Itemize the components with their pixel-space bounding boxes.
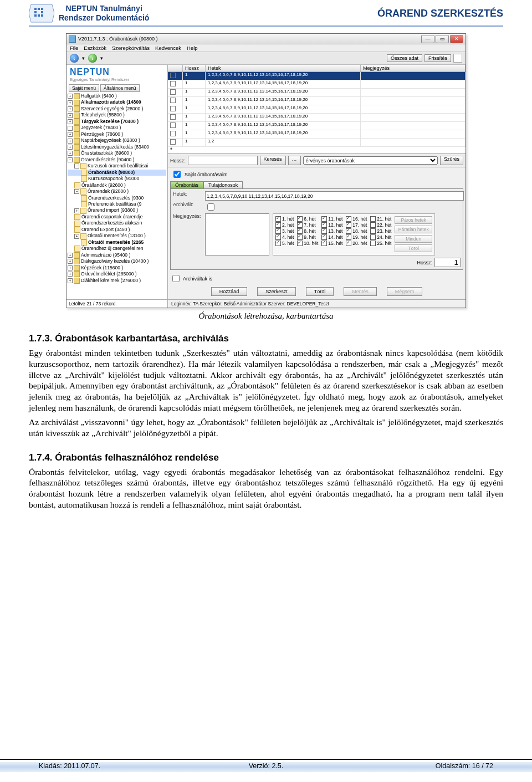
menu-file[interactable]: File bbox=[70, 45, 78, 51]
table-row: 11,2,3,4,5,6,7,8,9,10,11,12,13,14,15,16,… bbox=[168, 80, 466, 89]
menu-bar: File Eszközök Szerepkörváltás Kedvencek … bbox=[66, 44, 466, 52]
tab-tulajdonosok[interactable]: Tulajdonosok bbox=[203, 181, 243, 188]
tab-orabontas[interactable]: Órabontás bbox=[170, 181, 203, 188]
cancel-button[interactable]: Mégsem bbox=[387, 287, 423, 296]
close-button[interactable]: ✕ bbox=[450, 35, 463, 43]
tab-own-menu[interactable]: Saját menü bbox=[69, 84, 99, 92]
all-weeks-button[interactable]: Minden bbox=[395, 235, 432, 243]
filter-button[interactable]: Szűrés bbox=[440, 156, 463, 165]
table-row: 11,2,3,4,5,6,7,8,9,10,11,12,13,14,15,16,… bbox=[168, 72, 466, 80]
table-row: 11,2,3,4,5,6,7,8,9,10,11,12,13,14,15,16,… bbox=[168, 105, 466, 114]
header-left-title: NEPTUN Tanulmányi Rendszer Dokumentáció bbox=[59, 4, 149, 23]
megjegyzes-textarea[interactable] bbox=[205, 213, 269, 255]
table-row: 11,2,3,4,5,6,7,8,9,10,11,12,13,14,15,16,… bbox=[168, 89, 466, 97]
neptun-logo-icon bbox=[29, 3, 54, 23]
maximize-button[interactable]: ▭ bbox=[436, 35, 449, 43]
grid-body[interactable]: 11,2,3,4,5,6,7,8,9,10,11,12,13,14,15,16,… bbox=[168, 72, 466, 154]
filter-combo[interactable]: érvényes órabontások bbox=[303, 156, 438, 165]
dots-button[interactable]: … bbox=[288, 156, 301, 165]
grid-header: Hossz Hetek Megjegyzés bbox=[168, 65, 466, 72]
edit-button[interactable]: Szerkeszt bbox=[257, 287, 296, 296]
svg-rect-3 bbox=[34, 11, 37, 13]
menu-tools[interactable]: Eszközök bbox=[84, 45, 106, 51]
menu-help[interactable]: Help bbox=[187, 45, 198, 51]
all-data-button[interactable]: Összes adat bbox=[387, 54, 422, 62]
table-row: 11,2,3,4,5,6,7,8,9,10,11,12,13,14,15,16,… bbox=[168, 130, 466, 139]
svg-rect-6 bbox=[38, 14, 40, 17]
own-splits-checkbox[interactable] bbox=[173, 171, 181, 178]
app-icon bbox=[69, 35, 76, 43]
hetek-input[interactable] bbox=[205, 191, 464, 201]
refresh-button[interactable]: Frissítés bbox=[424, 54, 451, 62]
menu-role[interactable]: Szerepkörváltás bbox=[112, 45, 150, 51]
nav-tree[interactable]: +Hallgatók (5400 ) +Alkalmazotti adatok … bbox=[66, 92, 167, 299]
delete-button[interactable]: Töröl bbox=[306, 287, 334, 296]
add-button[interactable]: Hozzáad bbox=[211, 287, 248, 296]
status-left: Letöltve 21 / 73 rekord. bbox=[66, 299, 167, 308]
neptun-brand: NEPTUN Egységes Tanulmányi Rendszer bbox=[66, 65, 167, 84]
save-button[interactable]: Mentés bbox=[344, 287, 377, 296]
svg-rect-4 bbox=[41, 11, 43, 13]
svg-rect-1 bbox=[38, 8, 40, 10]
footer-page: Oldalszám: 16 / 72 bbox=[436, 762, 493, 770]
odd-weeks-button[interactable]: Páratlan hetek bbox=[395, 226, 432, 233]
nav-back-button[interactable]: ‹ bbox=[70, 54, 79, 63]
svg-rect-7 bbox=[41, 14, 43, 17]
nav-fwd-button[interactable]: › bbox=[88, 54, 97, 63]
clear-weeks-button[interactable]: Töröl bbox=[395, 244, 432, 252]
filter-hossz-input[interactable] bbox=[188, 156, 258, 165]
table-row: 11,2,3,4,5,6,7,8,9,10,11,12,13,14,15,16,… bbox=[168, 122, 466, 130]
table-row: 11,2,3,4,5,6,7,8,9,10,11,12,13,14,15,16,… bbox=[168, 114, 466, 122]
window-titlebar: V2011.7.1.3 : Órabontások (90800 ) — ▭ ✕ bbox=[66, 34, 466, 44]
status-bar: Loginnév: TA Szerepkör: Belső Adminisztr… bbox=[168, 299, 466, 308]
search-button[interactable]: Keresés bbox=[260, 156, 286, 165]
header-right-title: ÓRAREND SZERKESZTÉS bbox=[377, 8, 503, 19]
section-1-title: 1.7.3. Órabontások karbantartása, archiv… bbox=[29, 333, 503, 344]
table-row: 11,2,3,4,5,6,7,8,9,10,11,12,13,14,15,16,… bbox=[168, 97, 466, 105]
footer-version: Verzió: 2.5. bbox=[249, 762, 284, 770]
svg-rect-5 bbox=[34, 14, 37, 17]
figure-caption: Órabontások létrehozása, karbantartása bbox=[29, 311, 503, 321]
section-2-title: 1.7.4. Órabontás felhasználóhoz rendelés… bbox=[29, 452, 503, 463]
footer-date: Kiadás: 2011.07.07. bbox=[39, 762, 100, 770]
svg-rect-0 bbox=[34, 8, 37, 10]
menu-fav[interactable]: Kedvencek bbox=[155, 45, 181, 51]
tab-general-menu[interactable]: Általános menü bbox=[100, 84, 140, 92]
table-row: 11,2 bbox=[168, 139, 466, 147]
app-screenshot: V2011.7.1.3 : Órabontások (90800 ) — ▭ ✕… bbox=[66, 33, 466, 308]
archivalt-checkbox[interactable] bbox=[207, 203, 214, 211]
footer-band: Kiadás: 2011.07.07. Verzió: 2.5. Oldalsz… bbox=[0, 762, 532, 772]
minimize-button[interactable]: — bbox=[421, 35, 434, 43]
even-weeks-button[interactable]: Páros hetek bbox=[395, 216, 432, 224]
section-1-p1: Egy órabontást minden tekintetben tudunk… bbox=[29, 347, 503, 413]
pin-button[interactable] bbox=[453, 54, 462, 63]
section-1-p2: Az archiválást „visszavonni" úgy lehet, … bbox=[29, 417, 503, 439]
filter-hossz-label: Hossz: bbox=[170, 158, 186, 163]
window-title: V2011.7.1.3 : Órabontások (90800 ) bbox=[78, 36, 158, 42]
header-rule bbox=[29, 25, 503, 27]
hossz-input[interactable] bbox=[434, 258, 461, 267]
weeks-panel: 1. hét 2. hét 3. hét 4. hét 5. hét 6. hé… bbox=[273, 213, 435, 255]
section-2-p1: Órabontás felvitelekor, utólag, vagy egy… bbox=[29, 467, 503, 510]
archivaltak-is-checkbox[interactable] bbox=[172, 275, 180, 282]
svg-rect-2 bbox=[41, 8, 43, 10]
